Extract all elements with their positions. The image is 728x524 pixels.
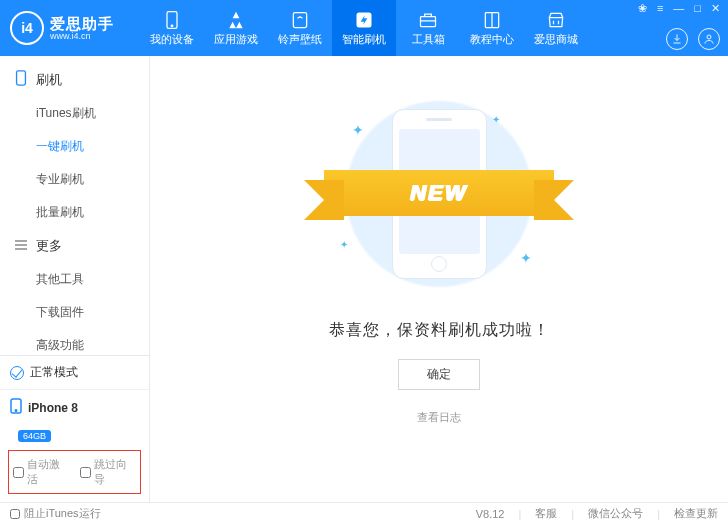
- mode-status-label: 正常模式: [30, 364, 78, 381]
- view-log-link[interactable]: 查看日志: [417, 410, 461, 425]
- toolbox-icon: [418, 10, 438, 30]
- auto-activate-checkbox[interactable]: 自动激活: [13, 457, 70, 487]
- nav-store[interactable]: 爱思商城: [524, 0, 588, 56]
- nav-label: 智能刷机: [342, 32, 386, 47]
- sidebar-item[interactable]: 批量刷机: [0, 196, 149, 229]
- sidebar-item[interactable]: 下载固件: [0, 296, 149, 329]
- nav-label: 我的设备: [150, 32, 194, 47]
- close-button[interactable]: ✕: [709, 2, 722, 15]
- phone-icon: [10, 398, 22, 417]
- mode-status[interactable]: 正常模式: [0, 356, 149, 389]
- version-label: V8.12: [476, 508, 505, 520]
- star-icon: ✦: [492, 114, 500, 125]
- star-icon: ✦: [352, 122, 364, 138]
- phone-icon: [162, 10, 182, 30]
- nav-label: 工具箱: [412, 32, 445, 47]
- flash-options-box: 自动激活 跳过向导: [8, 450, 141, 494]
- top-navbar: 我的设备应用游戏铃声壁纸智能刷机工具箱教程中心爱思商城: [140, 0, 588, 56]
- svg-point-13: [15, 410, 17, 412]
- nav-label: 爱思商城: [534, 32, 578, 47]
- check-icon: [10, 366, 24, 380]
- music-icon: [290, 10, 310, 30]
- sidebar-item[interactable]: 其他工具: [0, 263, 149, 296]
- sidebar-item[interactable]: 一键刷机: [0, 130, 149, 163]
- svg-rect-4: [421, 16, 436, 26]
- logo-badge: i4: [10, 11, 44, 45]
- app-header: i4 爱思助手 www.i4.cn 我的设备应用游戏铃声壁纸智能刷机工具箱教程中…: [0, 0, 728, 56]
- success-message: 恭喜您，保资料刷机成功啦！: [329, 320, 550, 341]
- status-bar: 阻止iTunes运行 V8.12 | 客服 | 微信公众号 | 检查更新: [0, 502, 728, 524]
- store-icon: [546, 10, 566, 30]
- nav-apps[interactable]: 应用游戏: [204, 0, 268, 56]
- svg-rect-2: [293, 12, 306, 27]
- sidebar-item[interactable]: iTunes刷机: [0, 97, 149, 130]
- nav-phone[interactable]: 我的设备: [140, 0, 204, 56]
- nav-book[interactable]: 教程中心: [460, 0, 524, 56]
- sidebar-group-header: 更多: [0, 229, 149, 263]
- sidebar-group-header: 刷机: [0, 62, 149, 97]
- phone-outline-icon: [14, 70, 28, 89]
- ok-button[interactable]: 确定: [398, 359, 480, 390]
- user-icon[interactable]: [698, 28, 720, 50]
- device-name: iPhone 8: [28, 401, 78, 415]
- menu-lines-icon: [14, 238, 28, 255]
- brand-name: 爱思助手: [50, 16, 114, 31]
- footer-link-update[interactable]: 检查更新: [674, 506, 718, 521]
- svg-point-1: [171, 25, 173, 27]
- content-pane: NEW ✦ ✦ ✦ ✦ 恭喜您，保资料刷机成功啦！ 确定 查看日志: [150, 56, 728, 502]
- nav-label: 教程中心: [470, 32, 514, 47]
- nav-music[interactable]: 铃声壁纸: [268, 0, 332, 56]
- brand-logo: i4 爱思助手 www.i4.cn: [0, 11, 140, 45]
- window-controls: ❀ ≡ — □ ✕: [636, 2, 722, 15]
- nav-toolbox[interactable]: 工具箱: [396, 0, 460, 56]
- ribbon-text: NEW: [410, 180, 467, 206]
- skip-wizard-checkbox[interactable]: 跳过向导: [80, 457, 137, 487]
- minimize-button[interactable]: —: [671, 2, 686, 15]
- svg-point-7: [707, 35, 711, 39]
- maximize-button[interactable]: □: [692, 2, 703, 15]
- brand-subtitle: www.i4.cn: [50, 31, 114, 41]
- flash-icon: [354, 10, 374, 30]
- footer-link-support[interactable]: 客服: [535, 506, 557, 521]
- device-capacity-badge: 64GB: [18, 430, 51, 442]
- download-icon[interactable]: [666, 28, 688, 50]
- device-row[interactable]: iPhone 8: [0, 389, 149, 425]
- apps-icon: [226, 10, 246, 30]
- book-icon: [482, 10, 502, 30]
- success-illustration: NEW ✦ ✦ ✦ ✦: [324, 94, 554, 294]
- sidebar-item[interactable]: 专业刷机: [0, 163, 149, 196]
- sidebar-item[interactable]: 高级功能: [0, 329, 149, 355]
- block-itunes-checkbox[interactable]: 阻止iTunes运行: [10, 506, 101, 521]
- sidebar: 刷机iTunes刷机一键刷机专业刷机批量刷机更多其他工具下载固件高级功能 正常模…: [0, 56, 150, 502]
- star-icon: ✦: [340, 239, 348, 250]
- nav-flash[interactable]: 智能刷机: [332, 0, 396, 56]
- nav-label: 应用游戏: [214, 32, 258, 47]
- settings-icon[interactable]: ❀: [636, 2, 649, 15]
- svg-rect-8: [17, 71, 26, 85]
- star-icon: ✦: [520, 250, 532, 266]
- menu-icon[interactable]: ≡: [655, 2, 665, 15]
- nav-label: 铃声壁纸: [278, 32, 322, 47]
- footer-link-wechat[interactable]: 微信公众号: [588, 506, 643, 521]
